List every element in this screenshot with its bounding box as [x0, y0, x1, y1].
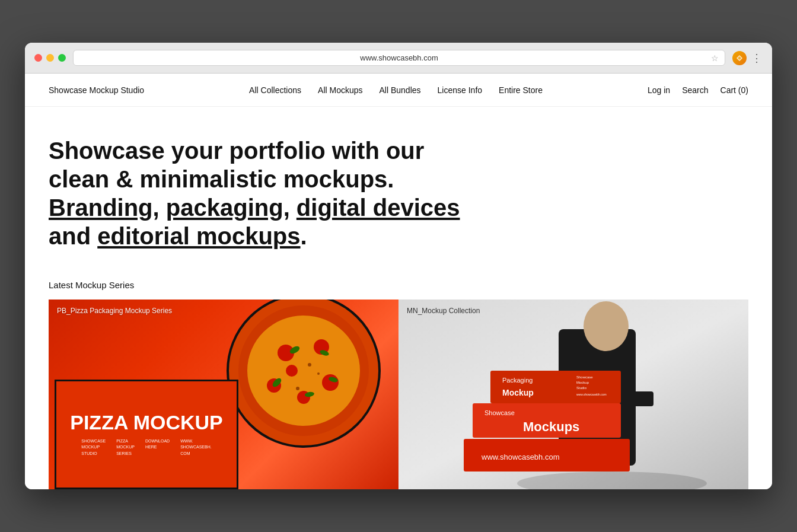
- hero-section: Showcase your portfolio with our clean &…: [25, 107, 772, 268]
- hero-period: .: [301, 223, 307, 249]
- nav-link-collections[interactable]: All Collections: [249, 85, 301, 95]
- pizza-box: PIZZA MOCKUP SHOWCASE MOCKUP STUDIO PIZZ…: [55, 380, 238, 489]
- pizza-circle-visual: [227, 300, 381, 448]
- hero-heading: Showcase your portfolio with our clean &…: [49, 136, 464, 250]
- hero-link-editorial[interactable]: editorial mockups: [97, 223, 300, 249]
- maximize-button[interactable]: [58, 54, 66, 62]
- pizza-box-details: SHOWCASE MOCKUP STUDIO PIZZA MOCKUP SERI…: [81, 438, 211, 457]
- nav-item-store[interactable]: Entire Store: [499, 85, 543, 95]
- svg-text:Mockups: Mockups: [523, 419, 579, 434]
- bookmark-icon[interactable]: ☆: [711, 53, 719, 63]
- section-title: Latest Mockup Series: [49, 280, 748, 290]
- pizza-box-title: PIZZA MOCKUP: [70, 412, 223, 432]
- svg-point-8: [286, 365, 298, 377]
- cart-link[interactable]: Cart (0): [721, 85, 748, 95]
- traffic-lights: [34, 54, 66, 62]
- svg-text:Showcase: Showcase: [484, 409, 515, 416]
- svg-point-14: [308, 363, 311, 367]
- packaging-card-background: www.showcasebh.com Showcase Mockups Pack…: [398, 300, 748, 489]
- browser-window: www.showcasebh.com ☆ ⋮ Showcase Mockup S…: [25, 43, 772, 489]
- svg-text:Studio: Studio: [576, 386, 587, 390]
- search-link[interactable]: Search: [682, 85, 708, 95]
- hero-text-1: Showcase your portfolio with our clean &…: [49, 138, 424, 192]
- packaging-mockup-card[interactable]: MN_Mockup Collection: [398, 300, 748, 489]
- login-link[interactable]: Log in: [648, 85, 670, 95]
- pizza-mockup-card[interactable]: PB_Pizza Packaging Mockup Series: [49, 300, 398, 489]
- pizza-col-3: DOWNLOAD HERE: [145, 438, 170, 457]
- pizza-col-4: WWW. SHOWCASEBH. COM: [180, 438, 212, 457]
- pizza-card-background: PIZZA MOCKUP SHOWCASE MOCKUP STUDIO PIZZ…: [49, 300, 398, 489]
- pizza-col-2: PIZZA MOCKUP SERIES: [116, 438, 135, 457]
- hero-link-devices[interactable]: digital devices: [297, 195, 460, 221]
- close-button[interactable]: [34, 54, 42, 62]
- packaging-card-label: MN_Mockup Collection: [407, 307, 480, 315]
- hero-comma-1: ,: [153, 195, 166, 221]
- packaging-bg-svg: www.showcasebh.com Showcase Mockups Pack…: [398, 300, 748, 489]
- url-bar[interactable]: www.showcasebh.com ☆: [73, 50, 725, 66]
- latest-section: Latest Mockup Series PB_Pizza Packaging …: [25, 268, 772, 489]
- mockup-grid: PB_Pizza Packaging Mockup Series: [49, 300, 748, 489]
- nav-link-store[interactable]: Entire Store: [499, 85, 543, 95]
- url-text: www.showcasebh.com: [360, 53, 438, 62]
- nav-item-mockups[interactable]: All Mockups: [318, 85, 362, 95]
- nav-right: Log in Search Cart (0): [648, 85, 748, 95]
- pizza-card-label: PB_Pizza Packaging Mockup Series: [57, 307, 172, 315]
- svg-rect-22: [624, 391, 653, 406]
- svg-text:www.showcasebh.com: www.showcasebh.com: [481, 453, 560, 461]
- nav-item-license[interactable]: License Info: [438, 85, 483, 95]
- nav-link-bundles[interactable]: All Bundles: [380, 85, 421, 95]
- svg-point-20: [584, 301, 629, 351]
- svg-text:Mockup: Mockup: [576, 381, 589, 384]
- browser-menu-icon[interactable]: ⋮: [751, 52, 763, 65]
- svg-text:Showcase: Showcase: [576, 375, 593, 379]
- browser-chrome: www.showcasebh.com ☆ ⋮: [25, 43, 772, 74]
- svg-text:www.showcasebh.com: www.showcasebh.com: [576, 393, 607, 396]
- hero-text-and: and: [49, 223, 97, 249]
- svg-text:Packaging: Packaging: [502, 377, 533, 384]
- minimize-button[interactable]: [46, 54, 54, 62]
- pizza-col-1: SHOWCASE MOCKUP STUDIO: [81, 438, 106, 457]
- svg-point-6: [322, 374, 339, 391]
- browser-actions: ⋮: [732, 51, 763, 65]
- nav-link-license[interactable]: License Info: [438, 85, 483, 95]
- site-content: Showcase Mockup Studio All Collections A…: [25, 74, 772, 489]
- site-logo[interactable]: Showcase Mockup Studio: [49, 85, 144, 95]
- svg-rect-28: [490, 371, 621, 403]
- svg-point-15: [317, 372, 320, 375]
- hero-link-packaging[interactable]: packaging: [166, 195, 283, 221]
- svg-point-16: [296, 387, 299, 390]
- extension-icon[interactable]: [732, 51, 747, 65]
- svg-text:Mockup: Mockup: [502, 388, 534, 397]
- svg-point-2: [247, 316, 360, 426]
- nav-link-mockups[interactable]: All Mockups: [318, 85, 362, 95]
- nav-item-collections[interactable]: All Collections: [249, 85, 301, 95]
- navigation: Showcase Mockup Studio All Collections A…: [25, 74, 772, 107]
- hero-comma-2: ,: [283, 195, 297, 221]
- nav-item-bundles[interactable]: All Bundles: [380, 85, 421, 95]
- hero-link-branding[interactable]: Branding: [49, 195, 153, 221]
- nav-links: All Collections All Mockups All Bundles …: [249, 85, 543, 95]
